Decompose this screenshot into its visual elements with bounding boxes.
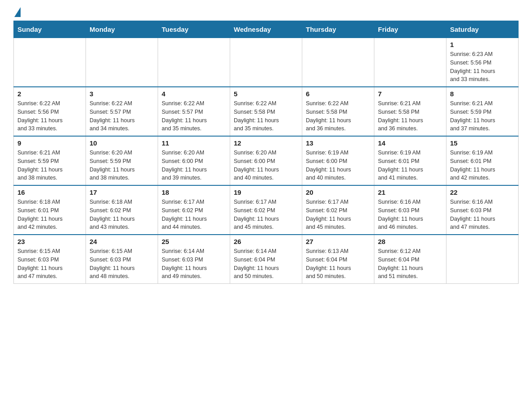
day-info: Sunrise: 6:19 AM Sunset: 6:01 PM Dayligh…: [378, 149, 442, 182]
day-number: 19: [234, 188, 298, 196]
calendar-day-cell: 10Sunrise: 6:20 AM Sunset: 5:59 PM Dayli…: [86, 136, 158, 185]
logo-triangle-icon: [14, 7, 21, 17]
day-info: Sunrise: 6:18 AM Sunset: 6:01 PM Dayligh…: [17, 198, 82, 231]
calendar-week-row: 23Sunrise: 6:15 AM Sunset: 6:03 PM Dayli…: [14, 235, 519, 284]
day-number: 6: [306, 90, 370, 98]
calendar-day-cell: 21Sunrise: 6:16 AM Sunset: 6:03 PM Dayli…: [374, 185, 446, 235]
day-number: 13: [306, 139, 370, 147]
calendar-day-cell: [446, 235, 519, 284]
day-info: Sunrise: 6:18 AM Sunset: 6:02 PM Dayligh…: [90, 198, 154, 231]
day-info: Sunrise: 6:19 AM Sunset: 6:01 PM Dayligh…: [450, 149, 515, 182]
calendar-day-cell: 22Sunrise: 6:16 AM Sunset: 6:03 PM Dayli…: [446, 185, 519, 235]
calendar-day-cell: [14, 38, 86, 87]
calendar-day-cell: 26Sunrise: 6:14 AM Sunset: 6:04 PM Dayli…: [230, 235, 302, 284]
calendar-day-cell: [158, 38, 230, 87]
day-number: 28: [378, 238, 442, 245]
calendar-day-cell: 24Sunrise: 6:15 AM Sunset: 6:03 PM Dayli…: [86, 235, 158, 284]
calendar-day-cell: 20Sunrise: 6:17 AM Sunset: 6:02 PM Dayli…: [302, 185, 374, 235]
day-number: 21: [378, 188, 442, 196]
day-number: 9: [17, 139, 82, 147]
calendar-table: SundayMondayTuesdayWednesdayThursdayFrid…: [13, 21, 519, 284]
day-number: 20: [306, 188, 370, 196]
day-info: Sunrise: 6:17 AM Sunset: 6:02 PM Dayligh…: [306, 198, 370, 231]
calendar-day-cell: 2Sunrise: 6:22 AM Sunset: 5:56 PM Daylig…: [14, 87, 86, 136]
day-info: Sunrise: 6:16 AM Sunset: 6:03 PM Dayligh…: [450, 198, 515, 231]
calendar-day-cell: 8Sunrise: 6:21 AM Sunset: 5:59 PM Daylig…: [446, 87, 519, 136]
day-number: 18: [162, 188, 226, 196]
day-number: 4: [162, 90, 226, 98]
calendar-week-row: 2Sunrise: 6:22 AM Sunset: 5:56 PM Daylig…: [14, 87, 519, 136]
calendar-day-cell: 18Sunrise: 6:17 AM Sunset: 6:02 PM Dayli…: [158, 185, 230, 235]
day-number: 11: [162, 139, 226, 147]
day-info: Sunrise: 6:12 AM Sunset: 6:04 PM Dayligh…: [378, 247, 442, 281]
weekday-header-wednesday: Wednesday: [230, 21, 302, 38]
calendar-day-cell: 23Sunrise: 6:15 AM Sunset: 6:03 PM Dayli…: [14, 235, 86, 284]
weekday-header-tuesday: Tuesday: [158, 21, 230, 38]
day-number: 27: [306, 238, 370, 245]
day-info: Sunrise: 6:22 AM Sunset: 5:57 PM Dayligh…: [90, 99, 154, 133]
calendar-day-cell: [302, 38, 374, 87]
calendar-day-cell: 3Sunrise: 6:22 AM Sunset: 5:57 PM Daylig…: [86, 87, 158, 136]
day-info: Sunrise: 6:20 AM Sunset: 6:00 PM Dayligh…: [234, 149, 298, 182]
weekday-header-monday: Monday: [86, 21, 158, 38]
weekday-header-saturday: Saturday: [446, 21, 519, 38]
weekday-header-thursday: Thursday: [302, 21, 374, 38]
day-number: 25: [162, 238, 226, 245]
calendar-day-cell: 19Sunrise: 6:17 AM Sunset: 6:02 PM Dayli…: [230, 185, 302, 235]
day-info: Sunrise: 6:14 AM Sunset: 6:04 PM Dayligh…: [234, 247, 298, 281]
day-info: Sunrise: 6:22 AM Sunset: 5:58 PM Dayligh…: [234, 99, 298, 133]
calendar-day-cell: 11Sunrise: 6:20 AM Sunset: 6:00 PM Dayli…: [158, 136, 230, 185]
calendar-day-cell: 1Sunrise: 6:23 AM Sunset: 5:56 PM Daylig…: [446, 38, 519, 87]
calendar-week-row: 9Sunrise: 6:21 AM Sunset: 5:59 PM Daylig…: [14, 136, 519, 185]
day-info: Sunrise: 6:13 AM Sunset: 6:04 PM Dayligh…: [306, 247, 370, 281]
calendar-day-cell: 14Sunrise: 6:19 AM Sunset: 6:01 PM Dayli…: [374, 136, 446, 185]
weekday-header-sunday: Sunday: [14, 21, 86, 38]
day-info: Sunrise: 6:22 AM Sunset: 5:56 PM Dayligh…: [17, 99, 82, 133]
day-info: Sunrise: 6:14 AM Sunset: 6:03 PM Dayligh…: [162, 247, 226, 281]
day-info: Sunrise: 6:17 AM Sunset: 6:02 PM Dayligh…: [234, 198, 298, 231]
day-number: 17: [90, 188, 154, 196]
day-info: Sunrise: 6:16 AM Sunset: 6:03 PM Dayligh…: [378, 198, 442, 231]
calendar-day-cell: 6Sunrise: 6:22 AM Sunset: 5:58 PM Daylig…: [302, 87, 374, 136]
calendar-day-cell: 12Sunrise: 6:20 AM Sunset: 6:00 PM Dayli…: [230, 136, 302, 185]
day-info: Sunrise: 6:22 AM Sunset: 5:58 PM Dayligh…: [306, 99, 370, 133]
day-info: Sunrise: 6:23 AM Sunset: 5:56 PM Dayligh…: [450, 50, 515, 84]
calendar-day-cell: [374, 38, 446, 87]
day-number: 15: [450, 139, 515, 147]
calendar-day-cell: 4Sunrise: 6:22 AM Sunset: 5:57 PM Daylig…: [158, 87, 230, 136]
day-number: 12: [234, 139, 298, 147]
day-number: 3: [90, 90, 154, 98]
calendar-day-cell: 7Sunrise: 6:21 AM Sunset: 5:58 PM Daylig…: [374, 87, 446, 136]
logo: [13, 9, 21, 16]
day-number: 8: [450, 90, 515, 98]
day-number: 10: [90, 139, 154, 147]
calendar-day-cell: 15Sunrise: 6:19 AM Sunset: 6:01 PM Dayli…: [446, 136, 519, 185]
calendar-day-cell: 9Sunrise: 6:21 AM Sunset: 5:59 PM Daylig…: [14, 136, 86, 185]
calendar-day-cell: 25Sunrise: 6:14 AM Sunset: 6:03 PM Dayli…: [158, 235, 230, 284]
day-info: Sunrise: 6:20 AM Sunset: 5:59 PM Dayligh…: [90, 149, 154, 182]
day-number: 14: [378, 139, 442, 147]
day-info: Sunrise: 6:22 AM Sunset: 5:57 PM Dayligh…: [162, 99, 226, 133]
day-info: Sunrise: 6:15 AM Sunset: 6:03 PM Dayligh…: [17, 247, 82, 281]
day-number: 2: [17, 90, 82, 98]
day-number: 5: [234, 90, 298, 98]
weekday-header-row: SundayMondayTuesdayWednesdayThursdayFrid…: [14, 21, 519, 38]
day-info: Sunrise: 6:17 AM Sunset: 6:02 PM Dayligh…: [162, 198, 226, 231]
calendar-day-cell: 16Sunrise: 6:18 AM Sunset: 6:01 PM Dayli…: [14, 185, 86, 235]
day-number: 23: [17, 238, 82, 245]
calendar-week-row: 16Sunrise: 6:18 AM Sunset: 6:01 PM Dayli…: [14, 185, 519, 235]
weekday-header-friday: Friday: [374, 21, 446, 38]
day-info: Sunrise: 6:19 AM Sunset: 6:00 PM Dayligh…: [306, 149, 370, 182]
calendar-day-cell: 27Sunrise: 6:13 AM Sunset: 6:04 PM Dayli…: [302, 235, 374, 284]
day-number: 7: [378, 90, 442, 98]
day-number: 16: [17, 188, 82, 196]
day-info: Sunrise: 6:21 AM Sunset: 5:59 PM Dayligh…: [450, 99, 515, 133]
calendar-week-row: 1Sunrise: 6:23 AM Sunset: 5:56 PM Daylig…: [14, 38, 519, 87]
day-number: 26: [234, 238, 298, 245]
day-info: Sunrise: 6:20 AM Sunset: 6:00 PM Dayligh…: [162, 149, 226, 182]
page-header: [13, 9, 519, 16]
calendar-day-cell: 5Sunrise: 6:22 AM Sunset: 5:58 PM Daylig…: [230, 87, 302, 136]
day-number: 22: [450, 188, 515, 196]
calendar-day-cell: [86, 38, 158, 87]
day-number: 1: [450, 41, 515, 48]
